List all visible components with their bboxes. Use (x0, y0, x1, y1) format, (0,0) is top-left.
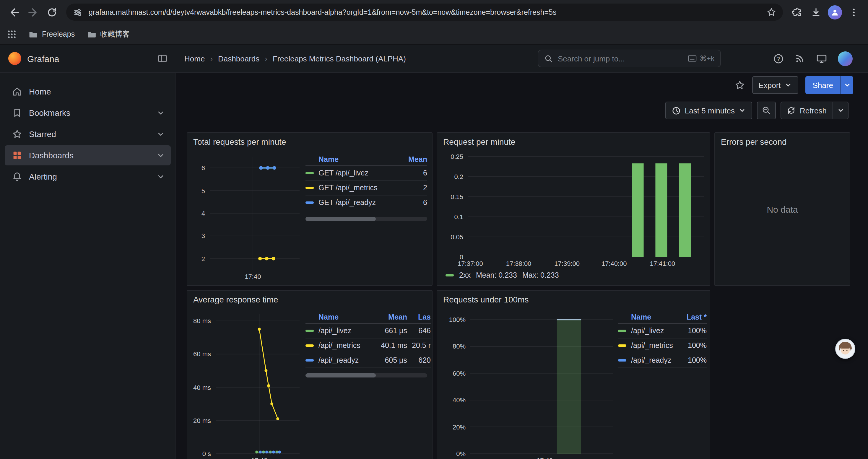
breadcrumb-dashboards[interactable]: Dashboards (218, 54, 259, 63)
dock-sidebar-button[interactable] (157, 53, 168, 64)
series-name[interactable]: GET /api/_livez (318, 169, 398, 177)
total-requests-chart[interactable]: 6543217:40 (190, 151, 303, 282)
url-text[interactable]: grafana.mathmast.com/d/deytv4rwavabkb/fr… (89, 8, 763, 16)
grafana-logo[interactable] (8, 52, 21, 65)
refresh-interval-caret[interactable] (833, 102, 848, 119)
y-axis-tick-label: 40 ms (190, 383, 211, 391)
assistant-avatar-bubble[interactable] (835, 338, 856, 359)
breadcrumb-home[interactable]: Home (184, 54, 205, 63)
svg-text:?: ? (777, 56, 780, 62)
panel-title[interactable]: Request per minute (443, 137, 515, 146)
legend-row[interactable]: /api/_readyz 605 µs 620 (306, 353, 431, 368)
home-icon (12, 86, 23, 97)
favorite-star-button[interactable] (734, 80, 745, 90)
time-range-picker[interactable]: Last 5 minutes (665, 102, 752, 119)
legend-row[interactable]: /api/_readyz 100% (618, 353, 707, 368)
legend-col-name[interactable]: Name (618, 313, 677, 321)
sidebar-item-label: Alerting (29, 172, 57, 182)
dashboard-grid: Total requests per minute 6543217:40 Nam… (176, 124, 868, 459)
monitor-icon[interactable] (816, 53, 827, 64)
bookmark-folder-freeleaps[interactable]: Freeleaps (28, 30, 75, 39)
menu-kebab-icon[interactable] (844, 3, 863, 22)
average-response-time-chart[interactable]: 80 ms60 ms40 ms20 ms0 s17:40 (190, 308, 303, 459)
browser-toolbar: grafana.mathmast.com/d/deytv4rwavabkb/fr… (0, 0, 868, 24)
chevron-down-icon[interactable] (157, 130, 165, 138)
series-name[interactable]: /api/_metrics (318, 341, 374, 350)
legend-scrollbar[interactable] (306, 217, 427, 221)
x-axis-tick-label: 17:38:00 (500, 260, 538, 268)
rss-icon[interactable] (795, 53, 805, 64)
sidebar-item-home[interactable]: Home (5, 81, 171, 102)
profile-avatar[interactable] (826, 3, 844, 22)
chevron-down-icon[interactable] (157, 172, 165, 181)
chevron-down-icon[interactable] (157, 109, 165, 117)
panel-legend: 2xx Mean: 0.233 Max: 0.233 (445, 271, 559, 280)
series-name[interactable]: /api/_readyz (631, 356, 677, 364)
no-data-message: No data (715, 133, 850, 285)
bookmark-folder-blog[interactable]: 收藏博客 (87, 29, 130, 39)
address-bar[interactable]: grafana.mathmast.com/d/deytv4rwavabkb/fr… (66, 4, 783, 21)
search-input[interactable] (558, 54, 683, 63)
chevron-down-icon[interactable] (157, 151, 165, 160)
help-icon[interactable]: ? (773, 53, 784, 64)
site-info-icon[interactable] (73, 7, 83, 17)
download-icon[interactable] (807, 3, 826, 22)
legend-col-mean[interactable]: Mean (374, 313, 407, 321)
legend-row[interactable]: /api/_livez 100% (618, 324, 707, 338)
bell-icon (12, 171, 23, 182)
x-axis-tick-label: 17:40 (526, 457, 564, 459)
zoom-out-button[interactable] (757, 102, 776, 119)
apps-grid-icon[interactable] (7, 30, 17, 39)
sidebar-item-alerting[interactable]: Alerting (5, 167, 171, 187)
export-button[interactable]: Export (752, 76, 798, 94)
legend-row[interactable]: GET /api/_readyz 6 (306, 196, 427, 210)
legend-row[interactable]: /api/_livez 661 µs 646 (306, 324, 431, 338)
series-name[interactable]: 2xx (459, 271, 471, 280)
extensions-icon[interactable] (788, 3, 807, 22)
panel-title[interactable]: Average response time (193, 295, 278, 304)
share-button[interactable]: Share (806, 76, 840, 94)
legend-col-last[interactable]: Last * (677, 313, 707, 321)
share-caret-button[interactable] (840, 76, 853, 94)
y-axis-tick-label: 80% (441, 342, 466, 351)
legend-row[interactable]: GET /api/_metrics 2 (306, 181, 427, 196)
sidebar-item-dashboards[interactable]: Dashboards (5, 145, 171, 165)
series-swatch (618, 359, 626, 362)
legend-col-last[interactable]: Las (407, 313, 431, 321)
series-name[interactable]: /api/_readyz (318, 356, 374, 364)
sidebar-item-starred[interactable]: Starred (5, 124, 171, 144)
legend-col-mean[interactable]: Mean (398, 155, 427, 163)
back-button[interactable] (5, 3, 24, 22)
request-per-minute-chart[interactable]: 0.250.20.150.10.05017:37:0017:38:0017:39… (441, 151, 707, 269)
scrollbar-thumb[interactable] (306, 373, 376, 378)
forward-button[interactable] (24, 3, 42, 22)
y-axis-tick-label: 3 (190, 232, 205, 240)
reload-button[interactable] (42, 3, 61, 22)
y-axis-tick-label: 80 ms (190, 317, 211, 325)
legend-row[interactable]: /api/_metrics 40.1 ms 20.5 r (306, 338, 431, 353)
legend-col-name[interactable]: Name (306, 313, 374, 321)
requests-under-100ms-chart[interactable]: 100%80%60%40%20%0%17:40 (441, 308, 617, 459)
series-mean: 605 µs (374, 356, 407, 364)
refresh-button[interactable]: Refresh (781, 102, 833, 119)
series-name[interactable]: /api/_livez (318, 327, 374, 335)
series-name[interactable]: /api/_livez (631, 327, 677, 335)
series-name[interactable]: /api/_metrics (631, 341, 677, 350)
panel-title[interactable]: Requests under 100ms (443, 295, 529, 304)
series-name[interactable]: GET /api/_readyz (318, 198, 398, 207)
scrollbar-thumb[interactable] (306, 217, 376, 221)
series-swatch (306, 172, 314, 174)
panel-title[interactable]: Total requests per minute (193, 137, 286, 146)
sidebar-item-bookmarks[interactable]: Bookmarks (5, 103, 171, 123)
legend-col-name[interactable]: Name (306, 155, 398, 163)
x-axis-tick-label: 17:39:00 (548, 260, 586, 268)
search-box[interactable]: ⌘+k (538, 50, 721, 67)
series-name[interactable]: GET /api/_metrics (318, 184, 398, 192)
bookmark-label: Freeleaps (42, 30, 75, 38)
legend-row[interactable]: GET /api/_livez 6 (306, 166, 427, 181)
legend-scrollbar[interactable] (306, 373, 427, 378)
bookmark-star-icon[interactable] (763, 4, 779, 21)
y-axis-tick-label: 0.25 (441, 153, 463, 161)
user-avatar[interactable] (838, 51, 852, 66)
legend-row[interactable]: /api/_metrics 100% (618, 338, 707, 353)
